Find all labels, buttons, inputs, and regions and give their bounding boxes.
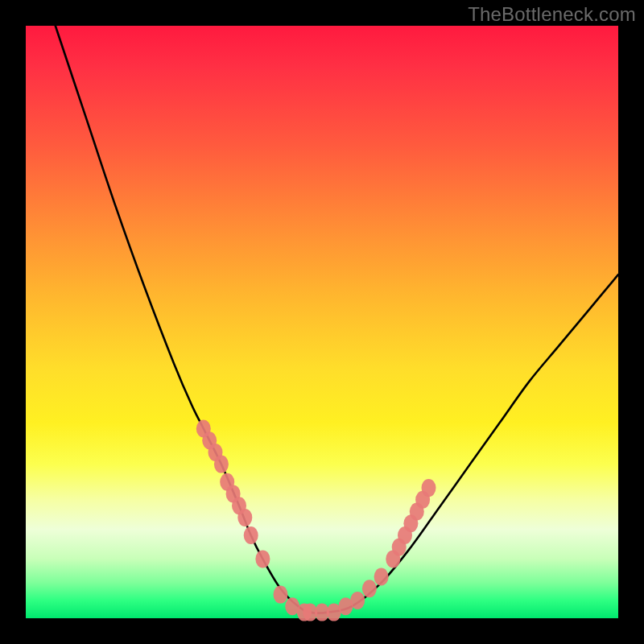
data-marker bbox=[255, 550, 270, 568]
data-marker bbox=[374, 568, 389, 586]
chart-svg bbox=[26, 26, 618, 618]
data-marker bbox=[274, 586, 288, 604]
bottleneck-curve-line bbox=[56, 26, 618, 613]
data-marker bbox=[244, 526, 258, 544]
data-marker bbox=[237, 509, 252, 526]
data-marker bbox=[350, 592, 365, 609]
watermark-text: TheBottleneck.com bbox=[468, 3, 636, 26]
chart-stage: TheBottleneck.com bbox=[0, 0, 644, 644]
marker-cluster-bottom bbox=[274, 586, 365, 621]
marker-cluster-left bbox=[196, 420, 270, 568]
chart-plot-area bbox=[26, 26, 618, 618]
data-marker bbox=[214, 456, 229, 473]
data-marker bbox=[362, 580, 377, 597]
curve-group bbox=[56, 26, 618, 613]
marker-cluster-right bbox=[362, 479, 436, 597]
data-marker bbox=[422, 479, 436, 497]
